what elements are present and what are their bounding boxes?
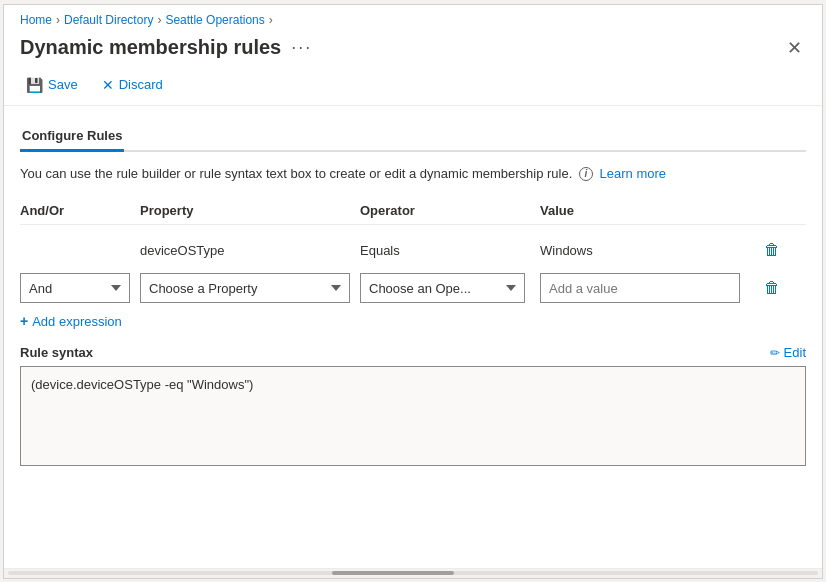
save-icon: 💾 — [26, 77, 43, 93]
breadcrumb-group[interactable]: Seattle Operations — [165, 13, 264, 27]
add-expression-plus-icon: + — [20, 313, 28, 329]
edit-icon: ✏ — [770, 346, 780, 360]
row1-operator: Equals — [360, 243, 540, 258]
tab-configure-rules[interactable]: Configure Rules — [20, 122, 124, 152]
rule-syntax-header: Rule syntax ✏ Edit — [20, 345, 806, 360]
value-input-wrapper — [540, 273, 760, 303]
breadcrumb-home[interactable]: Home — [20, 13, 52, 27]
info-icon[interactable]: i — [579, 167, 593, 181]
col-header-operator: Operator — [360, 203, 540, 218]
syntax-content: (device.deviceOSType -eq "Windows") — [31, 377, 253, 392]
breadcrumb-sep3: › — [269, 13, 273, 27]
title-text: Dynamic membership rules — [20, 36, 281, 59]
add-expression-button[interactable]: + Add expression — [20, 307, 122, 335]
row1-value: Windows — [540, 243, 760, 258]
tab-bar: Configure Rules — [20, 122, 806, 152]
operator-dropdown-wrapper: Choose an Ope... — [360, 273, 540, 303]
row1-delete: 🗑 — [760, 237, 800, 263]
scrollbar-thumb[interactable] — [332, 571, 454, 575]
property-dropdown[interactable]: Choose a Property — [140, 273, 350, 303]
col-header-actions — [760, 203, 800, 218]
toolbar: 💾 Save ✕ Discard — [4, 69, 822, 106]
tab-configure-rules-label: Configure Rules — [22, 128, 122, 143]
breadcrumb: Home › Default Directory › Seattle Opera… — [4, 5, 822, 31]
value-input[interactable] — [540, 273, 740, 303]
discard-icon: ✕ — [102, 77, 114, 93]
info-description: You can use the rule builder or rule syn… — [20, 166, 572, 181]
row1-property: deviceOSType — [140, 243, 360, 258]
rule-syntax-section: Rule syntax ✏ Edit (device.deviceOSType … — [20, 345, 806, 478]
and-or-dropdown-wrapper: And Or — [20, 273, 140, 303]
table-row: deviceOSType Equals Windows 🗑 — [20, 231, 806, 269]
edit-label: Edit — [784, 345, 806, 360]
property-dropdown-wrapper: Choose a Property — [140, 273, 360, 303]
syntax-box: (device.deviceOSType -eq "Windows") — [20, 366, 806, 466]
col-header-property: Property — [140, 203, 360, 218]
breadcrumb-sep1: › — [56, 13, 60, 27]
discard-label: Discard — [119, 77, 163, 92]
scrollbar-track — [8, 571, 818, 575]
scrollbar-area — [4, 568, 822, 578]
save-label: Save — [48, 77, 78, 92]
more-options-icon[interactable]: ··· — [291, 37, 312, 58]
breadcrumb-sep2: › — [157, 13, 161, 27]
add-expression-label: Add expression — [32, 314, 122, 329]
content-area: Configure Rules You can use the rule bui… — [4, 106, 822, 568]
panel-title: Dynamic membership rules ··· — [20, 36, 312, 59]
table-input-row: And Or Choose a Property Choose an Ope..… — [20, 269, 806, 307]
and-or-dropdown[interactable]: And Or — [20, 273, 130, 303]
learn-more-link[interactable]: Learn more — [600, 166, 666, 181]
col-header-and-or: And/Or — [20, 203, 140, 218]
panel-header: Dynamic membership rules ··· ✕ — [4, 31, 822, 69]
edit-button[interactable]: ✏ Edit — [770, 345, 806, 360]
main-panel: Home › Default Directory › Seattle Opera… — [3, 4, 823, 579]
save-button[interactable]: 💾 Save — [20, 73, 84, 97]
delete-row2-button[interactable]: 🗑 — [760, 275, 784, 301]
rule-syntax-title: Rule syntax — [20, 345, 93, 360]
discard-button[interactable]: ✕ Discard — [96, 73, 169, 97]
operator-dropdown[interactable]: Choose an Ope... — [360, 273, 525, 303]
info-text: You can use the rule builder or rule syn… — [20, 164, 806, 184]
breadcrumb-directory[interactable]: Default Directory — [64, 13, 153, 27]
col-header-value: Value — [540, 203, 760, 218]
close-button[interactable]: ✕ — [783, 35, 806, 61]
table-header: And/Or Property Operator Value — [20, 197, 806, 225]
delete-row1-button[interactable]: 🗑 — [760, 237, 784, 263]
row2-delete: 🗑 — [760, 275, 800, 301]
